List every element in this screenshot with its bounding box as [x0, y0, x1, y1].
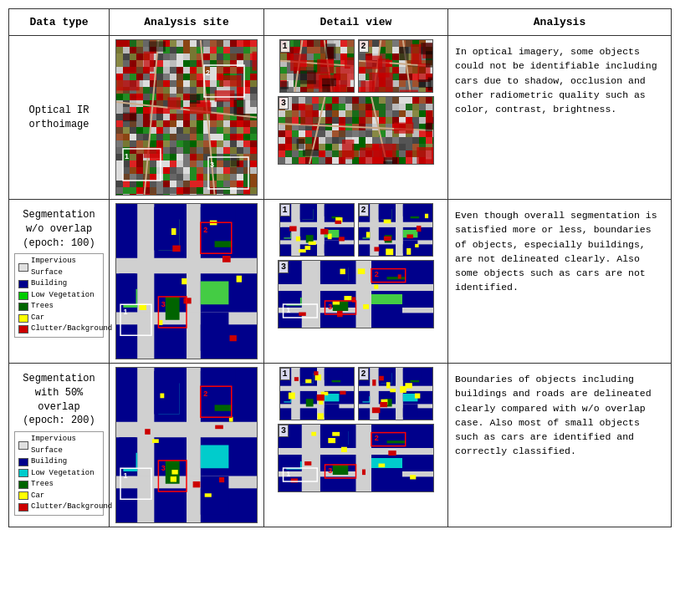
legend-label: Building — [31, 278, 67, 290]
legend-item: Car — [18, 313, 100, 324]
legend-label: Impervious Surface — [31, 256, 100, 278]
legend-item: Clutter/Background — [18, 323, 100, 335]
legend-label: Trees — [31, 301, 54, 313]
seg1-detail-row1: 1 2 — [279, 203, 433, 257]
legend-color-swatch — [18, 491, 28, 500]
legend-item: Car — [18, 491, 100, 502]
optical-detail-row2: 3 — [278, 96, 434, 165]
seg1-detail-3: 3 — [278, 260, 434, 328]
legend-label: Low Vegetation — [31, 290, 95, 302]
seg2-detail-row2: 3 — [278, 424, 434, 492]
optical-type-label: Optical IR orthoimage — [28, 104, 89, 132]
legend-label: Clutter/Background — [31, 501, 112, 513]
seg1-detail-1: 1 — [279, 203, 355, 257]
legend-label: Car — [31, 491, 44, 502]
legend-color-swatch — [18, 325, 28, 333]
legend-item: Trees — [18, 479, 100, 491]
seg1-detail-label-3: 3 — [279, 261, 289, 273]
legend-color-swatch — [18, 458, 28, 466]
optical-detail-label-2: 2 — [359, 40, 369, 53]
seg2-detail-2: 2 — [358, 367, 433, 420]
legend-item: Impervious Surface — [18, 256, 100, 278]
header-analysis-site: Analysis site — [110, 9, 264, 35]
cell-optical-site — [110, 36, 264, 199]
legend-color-swatch — [18, 503, 28, 512]
legend-item: Building — [18, 278, 100, 290]
seg2-detail-label-2: 2 — [359, 368, 369, 380]
optical-detail-2: 2 — [358, 39, 433, 93]
header-data-type: Data type — [9, 9, 110, 35]
cell-seg1-analysis: Even though overall segmentation is sati… — [448, 200, 671, 363]
legend-label: Building — [31, 456, 67, 468]
seg1-analysis-text: Even though overall segmentation is sati… — [455, 208, 664, 295]
optical-detail-row1: 1 2 — [279, 39, 433, 93]
seg1-detail-label-2: 2 — [359, 204, 369, 216]
seg1-legend: Impervious SurfaceBuildingLow Vegetation… — [14, 253, 104, 338]
legend-label: Impervious Surface — [31, 434, 100, 456]
optical-detail-label-3: 3 — [279, 97, 289, 109]
legend-color-swatch — [18, 314, 28, 323]
cell-seg2-detail: 1 2 3 — [264, 364, 448, 527]
seg2-detail-row1: 1 2 — [279, 367, 433, 420]
header-analysis: Analysis — [448, 9, 671, 35]
seg2-detail-3: 3 — [278, 424, 434, 492]
seg2-type-label: Segmentation with 50% overlap (epoch: 20… — [23, 372, 95, 428]
legend-color-swatch — [18, 280, 28, 288]
legend-label: Clutter/Background — [31, 323, 112, 335]
seg1-detail-row2: 3 — [278, 260, 434, 328]
legend-color-swatch — [18, 303, 28, 311]
legend-label: Trees — [31, 479, 54, 491]
cell-optical-detail: 1 2 3 — [264, 36, 448, 199]
cell-optical-type: Optical IR orthoimage — [9, 36, 110, 199]
row-seg2: Segmentation with 50% overlap (epoch: 20… — [9, 364, 671, 527]
seg1-detail-label-1: 1 — [280, 204, 290, 216]
optical-detail-1: 1 — [279, 39, 355, 93]
legend-item: Low Vegetation — [18, 290, 100, 302]
legend-item: Clutter/Background — [18, 501, 100, 513]
legend-color-swatch — [18, 481, 28, 489]
legend-color-swatch — [18, 263, 28, 272]
optical-site-map — [115, 39, 258, 196]
seg2-analysis-text: Boundaries of objects including building… — [455, 372, 664, 459]
cell-seg1-site — [110, 200, 264, 363]
row-optical: Optical IR orthoimage 1 2 — [9, 36, 671, 200]
optical-analysis-text: In optical imagery, some objects could n… — [455, 44, 664, 116]
row-seg1: Segmentation w/o overlap (epoch: 100) Im… — [9, 200, 671, 364]
seg2-legend: Impervious SurfaceBuildingLow Vegetation… — [14, 431, 104, 516]
main-table: Data type Analysis site Detail view Anal… — [8, 8, 672, 527]
cell-optical-analysis: In optical imagery, some objects could n… — [448, 36, 671, 199]
cell-seg2-type: Segmentation with 50% overlap (epoch: 20… — [9, 364, 110, 527]
seg1-detail-2: 2 — [358, 203, 433, 257]
seg2-detail-1: 1 — [279, 367, 355, 420]
cell-seg1-detail: 1 2 3 — [264, 200, 448, 363]
header-detail-view: Detail view — [264, 9, 448, 35]
optical-detail-3: 3 — [278, 96, 434, 165]
seg2-detail-label-1: 1 — [280, 368, 290, 380]
optical-detail-label-1: 1 — [280, 40, 290, 53]
seg2-detail-label-3: 3 — [279, 425, 289, 437]
legend-item: Building — [18, 456, 100, 468]
legend-item: Trees — [18, 301, 100, 313]
legend-color-swatch — [18, 292, 28, 300]
legend-label: Low Vegetation — [31, 468, 95, 480]
cell-seg2-site — [110, 364, 264, 527]
seg1-type-label: Segmentation w/o overlap (epoch: 100) — [23, 208, 95, 250]
legend-item: Impervious Surface — [18, 434, 100, 456]
legend-color-swatch — [18, 441, 28, 450]
cell-seg2-analysis: Boundaries of objects including building… — [448, 364, 671, 527]
legend-item: Low Vegetation — [18, 468, 100, 480]
legend-color-swatch — [18, 469, 28, 477]
table-header: Data type Analysis site Detail view Anal… — [9, 9, 671, 36]
legend-label: Car — [31, 313, 44, 324]
cell-seg1-type: Segmentation w/o overlap (epoch: 100) Im… — [9, 200, 110, 363]
